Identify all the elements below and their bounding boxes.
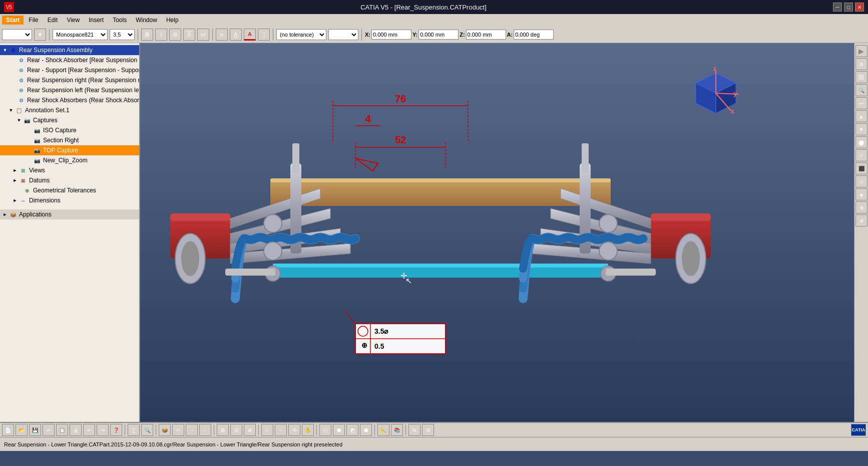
underline-a-button[interactable]: A [230, 29, 242, 41]
maximize-button[interactable]: □ [844, 3, 853, 12]
tree-item-annotation-set[interactable]: ▼ 📋 Annotation Set.1 [0, 105, 139, 115]
bt-snap[interactable]: ⊞ [217, 424, 229, 436]
style-dropdown-btn[interactable]: ▼ [34, 29, 46, 41]
menu-help[interactable]: Help [162, 16, 183, 25]
tree-item-support[interactable]: ⚙ Rear - Support [Rear Suspension - Supp… [0, 65, 139, 75]
tree-item-captures[interactable]: ▼ 📷 Captures [0, 115, 139, 125]
tree-item-shock-absorbers[interactable]: ⚙ Rear Shock Absorbers (Rear Shock Absor… [0, 95, 139, 105]
rt-btn-4[interactable]: 🔍 [855, 84, 867, 96]
rt-btn-5[interactable]: ↩ [855, 97, 867, 109]
tree-item-applications[interactable]: ► 📦 Applications [0, 209, 139, 219]
text-format-btn[interactable]: ⌶ [258, 29, 270, 41]
tree-item-geo-tolerances[interactable]: ⊕ Geometrical Tolerances [0, 185, 139, 195]
rt-btn-3[interactable]: ⬜ [855, 71, 867, 83]
bt-axes[interactable]: ⊕ [244, 424, 256, 436]
rt-btn-10[interactable]: ⬛ [855, 162, 867, 174]
expand-icon[interactable]: ▼ [8, 107, 14, 113]
tree-item-new-clip-zoom[interactable]: 📷 New_Clip_Zoom [0, 155, 139, 165]
bt-pkg[interactable]: 📦 [159, 424, 171, 436]
a-input[interactable] [514, 30, 554, 40]
tree-item-dimensions[interactable]: ► ↔ Dimensions [0, 195, 139, 205]
menu-window[interactable]: Window [132, 16, 161, 25]
rt-btn-6[interactable]: ▲ [855, 110, 867, 122]
bt-search[interactable]: 🔍 [141, 424, 153, 436]
tree-item-shock-absorber[interactable]: ⚙ Rear - Shock Absorber [Rear Suspension… [0, 55, 139, 65]
z-input[interactable] [466, 30, 506, 40]
bt-measure[interactable]: 📐 [377, 424, 389, 436]
tree-item-rear-suspension-assembly[interactable]: ▼ ⚙ Rear Suspension Assembly [0, 45, 139, 55]
bt-help[interactable]: ❓ [110, 424, 122, 436]
tree-item-views[interactable]: ► ⊞ Views [0, 165, 139, 175]
color-a-button[interactable]: A [244, 29, 256, 41]
expand-icon[interactable]: ► [2, 211, 8, 217]
bt-move[interactable]: ↔ [199, 424, 211, 436]
viewport[interactable]: 76 4 52 ✛ y x z [140, 43, 854, 422]
italic-button[interactable]: I [155, 29, 167, 41]
bt-arr[interactable]: → [186, 424, 198, 436]
minimize-button[interactable]: ─ [833, 3, 842, 12]
style-select[interactable] [2, 29, 32, 40]
rt-btn-11[interactable]: ◇ [855, 175, 867, 187]
bt-formula[interactable]: fx [408, 424, 420, 436]
tree-item-datums[interactable]: ► ⊠ Datums [0, 175, 139, 185]
bt-new[interactable]: 📄 [2, 424, 14, 436]
overline-button[interactable]: S [183, 29, 195, 41]
menu-start[interactable]: Start [2, 16, 24, 25]
bt-fit[interactable]: ⟲ [288, 424, 300, 436]
y-input[interactable] [418, 30, 459, 40]
rt-btn-12[interactable]: ◈ [855, 188, 867, 200]
bt-cut[interactable]: ✂ [43, 424, 55, 436]
tree-item-iso-capture[interactable]: 📷 ISO Capture [0, 125, 139, 135]
bt-zoomout[interactable]: − [275, 424, 287, 436]
rt-btn-8[interactable]: ⬤ [855, 136, 867, 148]
bt-save[interactable]: 💾 [29, 424, 41, 436]
expand-icon[interactable]: ► [12, 177, 18, 183]
bt-scissor2[interactable]: ✂ [172, 424, 184, 436]
bt-catalog[interactable]: 📚 [391, 424, 403, 436]
bt-undo[interactable]: ↩ [83, 424, 95, 436]
bt-redo[interactable]: ↪ [97, 424, 109, 436]
menu-tools[interactable]: Tools [109, 16, 131, 25]
superscript-button[interactable]: x2 [197, 29, 209, 41]
rt-btn-2[interactable]: ⚙ [855, 58, 867, 70]
bold-button[interactable]: B [141, 29, 153, 41]
strikethrough-button[interactable]: S [169, 29, 181, 41]
bt-shaded[interactable]: ⬢ [333, 424, 345, 436]
tree-item-top-capture[interactable]: 📷 TOP Capture [0, 145, 139, 155]
tree-item-susp-left[interactable]: ⚙ Rear Suspension left (Rear Suspension … [0, 85, 139, 95]
expand-icon[interactable]: ▼ [2, 47, 8, 53]
bt-hidden[interactable]: ◩ [346, 424, 358, 436]
tolerance-val-select[interactable] [328, 29, 358, 40]
rt-btn-9[interactable]: ≡ [855, 149, 867, 161]
tree-item-section-right[interactable]: 📷 Section Right [0, 135, 139, 145]
menu-edit[interactable]: Edit [44, 16, 62, 25]
expand-icon[interactable]: ▼ [16, 117, 22, 123]
rt-btn-1[interactable]: ▶ [855, 45, 867, 57]
menu-file[interactable]: File [25, 16, 42, 25]
bt-copy[interactable]: 📋 [56, 424, 68, 436]
align-left-button[interactable]: ≡ [216, 29, 228, 41]
sep6 [374, 424, 375, 435]
bt-pan[interactable]: ✋ [302, 424, 314, 436]
bt-zoomin[interactable]: + [261, 424, 273, 436]
bt-open[interactable]: 📂 [16, 424, 28, 436]
size-select[interactable]: 3.5 [110, 29, 135, 40]
bt-grid[interactable]: ⊟ [230, 424, 242, 436]
tolerance-select[interactable]: (no tolerance) [276, 29, 326, 40]
rt-btn-14[interactable]: ⊗ [855, 214, 867, 226]
bt-sum[interactable]: ∑ [128, 424, 140, 436]
close-button[interactable]: ✕ [855, 3, 864, 12]
menu-insert[interactable]: Insert [85, 16, 108, 25]
expand-icon[interactable]: ► [12, 197, 18, 203]
tree-item-susp-right[interactable]: ⚙ Rear Suspension right (Rear Suspension… [0, 75, 139, 85]
x-input[interactable] [371, 30, 411, 40]
rt-btn-7[interactable]: ▼ [855, 123, 867, 135]
font-select[interactable]: Monospace821 [53, 29, 108, 40]
bt-persp[interactable]: ⬟ [360, 424, 372, 436]
expand-icon[interactable]: ► [12, 167, 18, 173]
menu-view[interactable]: View [63, 16, 84, 25]
bt-print[interactable]: 🖨 [70, 424, 82, 436]
rt-btn-13[interactable]: ⊕ [855, 201, 867, 213]
bt-params[interactable]: ⚙ [422, 424, 434, 436]
bt-wire[interactable]: ⬡ [319, 424, 331, 436]
